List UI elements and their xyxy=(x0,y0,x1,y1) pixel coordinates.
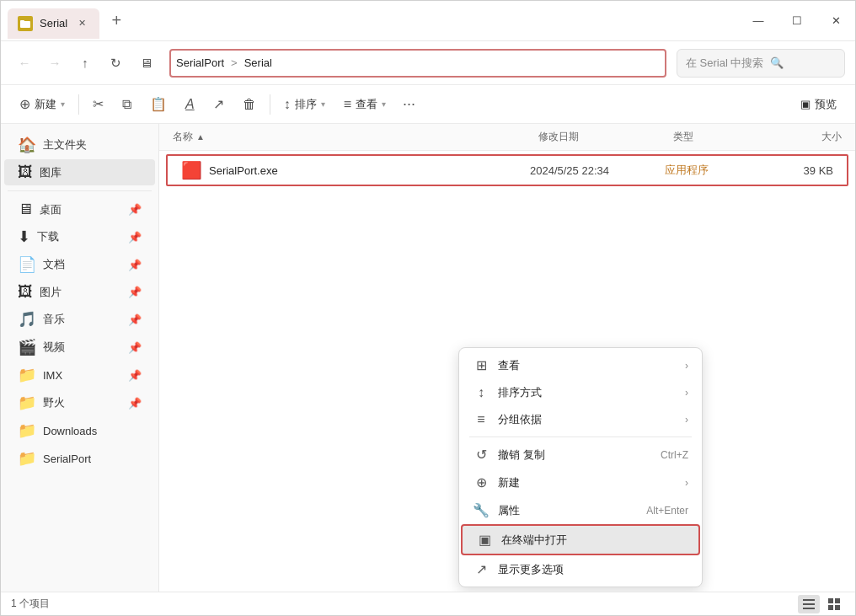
ctx-properties-icon: 🔧 xyxy=(473,502,490,518)
sidebar-item-video[interactable]: 🎬 视频 📌 xyxy=(4,334,155,361)
sort-icon: ↕ xyxy=(284,97,291,112)
paste-button[interactable]: 📋 xyxy=(142,92,175,116)
back-button[interactable]: ← xyxy=(11,50,38,77)
pictures-pin: 📌 xyxy=(128,286,142,298)
ctx-new[interactable]: ⊕ 新建 › xyxy=(459,469,702,496)
separator-2 xyxy=(270,94,270,115)
ctx-terminal[interactable]: ▣ 在终端中打开 xyxy=(461,524,700,555)
cut-button[interactable]: ✂ xyxy=(84,92,112,116)
ctx-undo[interactable]: ↺ 撤销 复制 Ctrl+Z xyxy=(459,441,702,469)
svg-rect-7 xyxy=(828,605,833,610)
home-icon: 🏠 xyxy=(18,136,36,154)
downloads2-icon: 📁 xyxy=(18,421,36,440)
svg-rect-3 xyxy=(803,603,815,605)
sidebar-item-home[interactable]: 🏠 主文件夹 xyxy=(4,131,155,158)
ctx-view-icon: ⊞ xyxy=(473,357,490,373)
imx-icon: 📁 xyxy=(18,366,36,384)
ctx-view-arrow: › xyxy=(685,360,688,372)
downloads-pin: 📌 xyxy=(128,231,142,244)
file-type: 应用程序 xyxy=(665,163,766,178)
sidebar-pictures-label: 图片 xyxy=(40,285,62,300)
search-bar[interactable]: 在 Serial 中搜索 🔍 xyxy=(677,49,845,78)
pictures-icon: 🖼 xyxy=(18,283,33,301)
file-exe-icon: 🟥 xyxy=(181,160,202,180)
search-placeholder: 在 Serial 中搜索 xyxy=(686,56,763,71)
minimize-button[interactable]: — xyxy=(739,1,778,40)
sidebar-item-imx[interactable]: 📁 IMX 📌 xyxy=(4,362,155,388)
window-controls: — ☐ ✕ xyxy=(739,1,855,40)
file-size: 39 KB xyxy=(766,164,833,177)
ctx-sort-icon: ↕ xyxy=(473,385,490,400)
sidebar: 🏠 主文件夹 🖼 图库 🖥 桌面 📌 ⬇ 下载 📌 📄 文档 📌 xyxy=(1,124,159,592)
titlebar: Serial ✕ + — ☐ ✕ xyxy=(1,1,855,41)
active-tab[interactable]: Serial ✕ xyxy=(8,8,99,39)
paste-icon: 📋 xyxy=(150,96,167,112)
sidebar-item-serialport[interactable]: 📁 SerialPort xyxy=(4,445,155,472)
statusbar: 1 个项目 xyxy=(1,592,855,615)
new-tab-button[interactable]: + xyxy=(103,8,130,35)
delete-button[interactable]: 🗑 xyxy=(234,93,265,116)
svg-rect-1 xyxy=(20,20,24,23)
copy-button[interactable]: ⧉ xyxy=(114,93,140,116)
ctx-properties-label: 属性 xyxy=(498,503,638,518)
sidebar-item-music[interactable]: 🎵 音乐 📌 xyxy=(4,306,155,333)
ctx-more[interactable]: ↗ 显示更多选项 xyxy=(459,555,702,583)
sidebar-home-label: 主文件夹 xyxy=(43,137,87,153)
serialport-folder-icon: 📁 xyxy=(18,449,36,468)
ctx-group[interactable]: ≡ 分组依据 › xyxy=(459,406,702,433)
col-type-header[interactable]: 类型 xyxy=(673,130,774,144)
view-icon: ≡ xyxy=(344,97,351,112)
file-list: 名称 ▲ 修改日期 类型 大小 🟥 SerialPort.exe 2024/5/… xyxy=(159,124,855,592)
close-button[interactable]: ✕ xyxy=(816,1,855,40)
table-row[interactable]: 🟥 SerialPort.exe 2024/5/25 22:34 应用程序 39… xyxy=(166,154,848,186)
sidebar-docs-label: 文档 xyxy=(43,257,65,272)
sidebar-item-downloads2[interactable]: 📁 Downloads xyxy=(4,417,155,444)
more-button[interactable]: ··· xyxy=(396,91,422,117)
ctx-group-label: 分组依据 xyxy=(498,412,677,427)
new-icon: ⊕ xyxy=(19,96,30,112)
sidebar-item-downloads[interactable]: ⬇ 下载 📌 xyxy=(4,223,155,250)
delete-icon: 🗑 xyxy=(243,97,256,112)
col-size-header[interactable]: 大小 xyxy=(774,130,842,144)
context-menu: ⊞ 查看 › ↕ 排序方式 › ≡ 分组依据 › xyxy=(458,347,703,587)
list-view-button[interactable] xyxy=(798,595,820,613)
share-button[interactable]: ↗ xyxy=(205,92,233,116)
sort-button[interactable]: ↕ 排序 ▾ xyxy=(276,93,334,116)
sidebar-item-gallery[interactable]: 🖼 图库 xyxy=(4,159,155,185)
tab-title: Serial xyxy=(40,17,67,29)
new-button[interactable]: ⊕ 新建 ▾ xyxy=(11,92,73,116)
forward-button[interactable]: → xyxy=(41,50,68,77)
grid-view-button[interactable] xyxy=(823,595,845,613)
monitor-icon: 🖥 xyxy=(132,50,159,77)
address-bar[interactable]: SerialPort > Serial xyxy=(169,49,666,78)
view-button[interactable]: ≡ 查看 ▾ xyxy=(335,93,394,116)
col-date-header[interactable]: 修改日期 xyxy=(538,130,673,144)
rename-button[interactable]: A xyxy=(177,93,203,116)
new-chevron: ▾ xyxy=(61,99,65,109)
download-icon: ⬇ xyxy=(18,228,30,246)
refresh-button[interactable]: ↻ xyxy=(102,50,129,77)
ctx-properties-shortcut: Alt+Enter xyxy=(646,505,688,517)
ctx-sort-arrow: › xyxy=(685,387,688,399)
tab-close-button[interactable]: ✕ xyxy=(74,16,89,31)
ctx-properties[interactable]: 🔧 属性 Alt+Enter xyxy=(459,496,702,524)
video-pin: 📌 xyxy=(128,341,142,354)
sidebar-item-desktop[interactable]: 🖥 桌面 📌 xyxy=(4,196,155,222)
sidebar-item-wildfire[interactable]: 📁 野火 📌 xyxy=(4,389,155,416)
sidebar-item-pictures[interactable]: 🖼 图片 📌 xyxy=(4,279,155,305)
preview-button[interactable]: ▣ 预览 xyxy=(792,93,845,116)
ctx-terminal-icon: ▣ xyxy=(476,532,493,548)
share-icon: ↗ xyxy=(213,96,224,112)
up-button[interactable]: ↑ xyxy=(72,50,99,77)
ctx-more-icon: ↗ xyxy=(473,561,490,577)
sidebar-item-docs[interactable]: 📄 文档 📌 xyxy=(4,251,155,278)
docs-icon: 📄 xyxy=(18,255,36,274)
view-chevron: ▾ xyxy=(382,99,386,109)
col-name-header[interactable]: 名称 ▲ xyxy=(173,130,538,144)
sidebar-video-label: 视频 xyxy=(43,340,65,355)
maximize-button[interactable]: ☐ xyxy=(778,1,816,40)
ctx-sort[interactable]: ↕ 排序方式 › xyxy=(459,379,702,406)
ctx-view[interactable]: ⊞ 查看 › xyxy=(459,351,702,379)
ctx-more-label: 显示更多选项 xyxy=(498,562,688,577)
ctx-group-icon: ≡ xyxy=(473,412,490,427)
